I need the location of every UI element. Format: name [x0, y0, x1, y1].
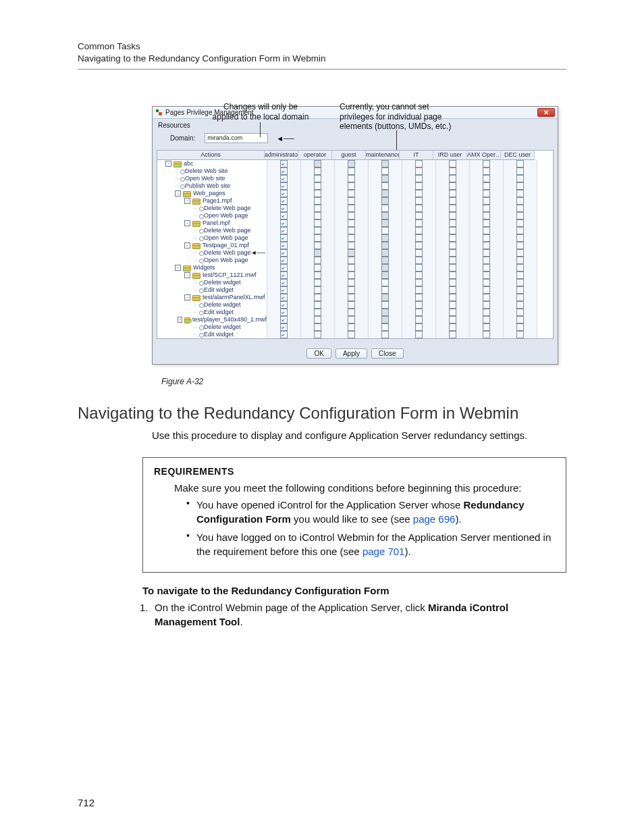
tree-row[interactable]: ·· Delete Web page — [157, 205, 553, 212]
priv-cell[interactable] — [267, 242, 301, 249]
checkbox[interactable] — [348, 316, 355, 323]
tree-row[interactable]: ·· Publish Web site — [157, 182, 553, 190]
checkbox[interactable] — [483, 219, 490, 227]
priv-cell[interactable] — [436, 234, 470, 242]
priv-cell[interactable] — [504, 167, 537, 175]
priv-cell[interactable] — [402, 316, 436, 323]
checkbox[interactable] — [314, 264, 321, 271]
priv-cell[interactable] — [301, 197, 335, 205]
checkbox[interactable] — [516, 175, 524, 182]
tree-row[interactable]: ·· Open Web page — [157, 212, 553, 219]
tree-cell[interactable]: -test/alarmPanelXL.mwf — [157, 294, 267, 301]
checkbox[interactable] — [483, 197, 490, 205]
checkbox[interactable] — [516, 167, 524, 175]
priv-cell[interactable] — [267, 279, 301, 286]
priv-cell[interactable] — [267, 331, 301, 338]
priv-cell[interactable] — [335, 264, 369, 271]
priv-cell[interactable] — [369, 309, 402, 316]
expand-toggle[interactable]: - — [184, 220, 190, 226]
tree-cell[interactable]: ·· Open Web page — [157, 234, 267, 242]
checkbox[interactable] — [348, 160, 355, 167]
checkbox[interactable] — [348, 234, 355, 242]
priv-cell[interactable] — [301, 212, 335, 219]
priv-cell[interactable] — [267, 264, 301, 271]
tree-row[interactable]: -test/player_540x480_1.mwf — [157, 316, 553, 323]
checkbox[interactable] — [516, 234, 524, 242]
checkbox[interactable] — [449, 167, 456, 175]
priv-cell[interactable] — [267, 205, 301, 212]
checkbox[interactable] — [381, 257, 389, 264]
priv-cell[interactable] — [267, 271, 301, 279]
checkbox[interactable] — [314, 316, 321, 323]
priv-cell[interactable] — [470, 286, 504, 294]
priv-cell[interactable] — [369, 175, 402, 182]
checkbox[interactable] — [280, 167, 288, 175]
priv-cell[interactable] — [335, 331, 369, 338]
priv-cell[interactable] — [369, 257, 402, 264]
priv-cell[interactable] — [301, 331, 335, 338]
priv-cell[interactable] — [436, 175, 470, 182]
tree-cell[interactable]: ·· Delete widget — [157, 279, 267, 286]
priv-cell[interactable] — [369, 219, 402, 227]
checkbox[interactable] — [381, 279, 389, 286]
tree-cell[interactable]: -Panel.mpf — [157, 219, 267, 227]
priv-cell[interactable] — [267, 190, 301, 197]
priv-cell[interactable] — [402, 279, 436, 286]
checkbox[interactable] — [516, 279, 524, 286]
expand-toggle[interactable]: - — [184, 294, 190, 301]
priv-cell[interactable] — [301, 271, 335, 279]
priv-cell[interactable] — [267, 160, 301, 167]
checkbox[interactable] — [483, 212, 490, 219]
checkbox[interactable] — [415, 323, 423, 331]
checkbox[interactable] — [280, 190, 288, 197]
checkbox[interactable] — [280, 279, 288, 286]
tree-cell[interactable]: ·· Open Web site — [157, 175, 267, 182]
priv-cell[interactable] — [301, 279, 335, 286]
checkbox[interactable] — [449, 331, 456, 338]
priv-cell[interactable] — [369, 323, 402, 331]
priv-cell[interactable] — [335, 234, 369, 242]
checkbox[interactable] — [381, 316, 389, 323]
priv-cell[interactable] — [436, 309, 470, 316]
checkbox[interactable] — [516, 219, 524, 227]
priv-cell[interactable] — [369, 279, 402, 286]
checkbox[interactable] — [348, 175, 355, 182]
priv-cell[interactable] — [335, 323, 369, 331]
tree-cell[interactable]: ·· Delete Web page — [157, 227, 267, 234]
checkbox[interactable] — [381, 212, 389, 219]
checkbox[interactable] — [280, 182, 288, 190]
priv-cell[interactable] — [504, 279, 537, 286]
checkbox[interactable] — [415, 249, 423, 257]
checkbox[interactable] — [381, 190, 389, 197]
priv-cell[interactable] — [301, 190, 335, 197]
checkbox[interactable] — [449, 323, 456, 331]
checkbox[interactable] — [280, 257, 288, 264]
checkbox[interactable] — [348, 257, 355, 264]
priv-cell[interactable] — [369, 331, 402, 338]
priv-cell[interactable] — [369, 271, 402, 279]
checkbox[interactable] — [516, 271, 524, 279]
checkbox[interactable] — [280, 286, 288, 294]
checkbox[interactable] — [348, 264, 355, 271]
tree-cell[interactable]: ·· Open Web page — [157, 212, 267, 219]
tree-row[interactable]: -abc — [157, 160, 553, 167]
checkbox[interactable] — [381, 160, 389, 167]
checkbox[interactable] — [280, 331, 288, 338]
checkbox[interactable] — [449, 234, 456, 242]
close-dialog-button[interactable]: Close — [371, 348, 404, 359]
priv-cell[interactable] — [369, 234, 402, 242]
checkbox[interactable] — [449, 197, 456, 205]
checkbox[interactable] — [483, 323, 490, 331]
priv-cell[interactable] — [369, 294, 402, 301]
tree-row[interactable]: ·· Delete Web page — [157, 227, 553, 234]
priv-cell[interactable] — [504, 271, 537, 279]
checkbox[interactable] — [415, 264, 423, 271]
checkbox[interactable] — [483, 167, 490, 175]
ok-button[interactable]: OK — [306, 348, 331, 359]
priv-cell[interactable] — [335, 294, 369, 301]
priv-cell[interactable] — [436, 242, 470, 249]
priv-cell[interactable] — [402, 190, 436, 197]
priv-cell[interactable] — [369, 182, 402, 190]
priv-cell[interactable] — [504, 190, 537, 197]
checkbox[interactable] — [280, 323, 288, 331]
